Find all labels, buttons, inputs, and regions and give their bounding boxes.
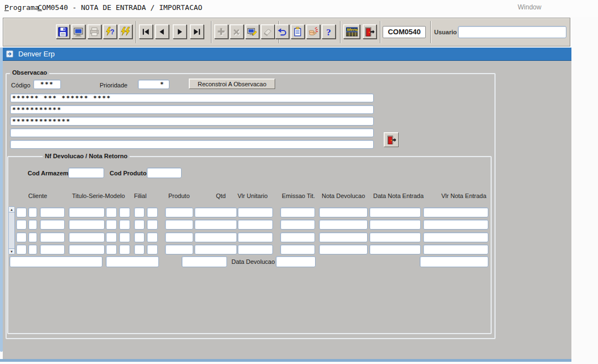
- grid-cell-r2-c13[interactable]: [319, 220, 368, 230]
- grid-cell-r1-c8[interactable]: [147, 207, 158, 217]
- scroll-down-button[interactable]: ▼: [9, 248, 14, 254]
- grid-cell-r1-c3[interactable]: [40, 207, 65, 217]
- observacao-exit-button[interactable]: [384, 132, 399, 147]
- grid-scrollbar[interactable]: ▲ ▼: [8, 206, 15, 254]
- grid-cell-r1-c2[interactable]: [28, 207, 37, 217]
- footer-field-1[interactable]: [9, 256, 102, 267]
- grid-cell-r2-c12[interactable]: [280, 220, 315, 230]
- edit-record-button[interactable]: [245, 24, 259, 39]
- menu-button[interactable]: Menu: [343, 24, 360, 39]
- grid-cell-r4-c6[interactable]: [119, 245, 130, 254]
- grid-cell-r3-c11[interactable]: [238, 232, 273, 242]
- cod-produto-input[interactable]: [147, 168, 182, 178]
- grid-cell-r3-c14[interactable]: [369, 232, 421, 242]
- grid-cell-r1-c6[interactable]: [119, 207, 130, 217]
- grid-cell-r3-c6[interactable]: [119, 232, 130, 242]
- enter-query-button[interactable]: ?: [103, 24, 117, 39]
- grid-cell-r2-c1[interactable]: [16, 220, 27, 230]
- grid-cell-r3-c12[interactable]: [280, 232, 315, 242]
- menu-program-title[interactable]: COM0540 - NOTA DE ENTRADA / IMPORTACAO: [38, 3, 202, 12]
- grid-cell-r3-c10[interactable]: [194, 232, 237, 242]
- grid-cell-r1-c5[interactable]: [106, 207, 117, 217]
- clipboard-button[interactable]: [291, 24, 305, 39]
- grid-cell-r4-c3[interactable]: [40, 245, 65, 254]
- grid-cell-r3-c7[interactable]: [134, 232, 145, 242]
- last-record-button[interactable]: [190, 24, 204, 39]
- data-devolucao-input[interactable]: [276, 256, 316, 267]
- first-record-button[interactable]: [139, 24, 153, 39]
- delete-record-button[interactable]: [230, 24, 244, 39]
- footer-field-3[interactable]: [182, 256, 227, 267]
- grid-cell-r3-c5[interactable]: [106, 232, 117, 242]
- grid-cell-r2-c7[interactable]: [134, 220, 145, 230]
- exit-button[interactable]: [363, 24, 377, 39]
- grid-cell-r2-c2[interactable]: [28, 220, 37, 230]
- grid-cell-r1-c4[interactable]: [69, 207, 105, 217]
- hand-cut-button[interactable]: [306, 24, 320, 39]
- prioridade-input[interactable]: [138, 80, 169, 89]
- grid-cell-r2-c5[interactable]: [106, 220, 117, 230]
- grid-cell-r2-c11[interactable]: [238, 220, 273, 230]
- grid-cell-r3-c9[interactable]: [165, 232, 193, 242]
- observacao-line-2[interactable]: [10, 105, 374, 114]
- previous-record-button[interactable]: [155, 24, 169, 39]
- grid-cell-r4-c7[interactable]: [134, 245, 145, 254]
- grid-cell-r2-c8[interactable]: [147, 220, 158, 230]
- grid-cell-r2-c6[interactable]: [119, 220, 130, 230]
- grid-cell-r2-c10[interactable]: [194, 220, 237, 230]
- grid-cell-r4-c13[interactable]: [319, 245, 368, 254]
- grid-cell-r2-c9[interactable]: [165, 220, 193, 230]
- grid-cell-r2-c14[interactable]: [369, 220, 421, 230]
- grid-cell-r1-c1[interactable]: [16, 207, 27, 217]
- grid-cell-r3-c3[interactable]: [40, 232, 65, 242]
- grid-cell-r3-c13[interactable]: [319, 232, 368, 242]
- footer-field-5[interactable]: [420, 256, 488, 267]
- grid-cell-r4-c9[interactable]: [165, 245, 193, 254]
- print-button[interactable]: [87, 24, 101, 39]
- grid-cell-r2-c4[interactable]: [69, 220, 105, 230]
- grid-cell-r3-c1[interactable]: [16, 232, 27, 242]
- grid-cell-r1-c13[interactable]: [319, 207, 368, 217]
- save-button[interactable]: [56, 24, 70, 39]
- menu-programa[interactable]: Programa: [4, 3, 39, 12]
- next-record-button[interactable]: [173, 24, 187, 39]
- menu-window[interactable]: Window: [518, 3, 542, 11]
- grid-cell-r4-c5[interactable]: [106, 245, 117, 254]
- grid-cell-r4-c1[interactable]: [16, 245, 27, 254]
- grid-cell-r4-c10[interactable]: [194, 245, 237, 254]
- grid-cell-r4-c4[interactable]: [69, 245, 105, 254]
- grid-cell-r2-c15[interactable]: [423, 220, 488, 230]
- observacao-line-3[interactable]: [10, 117, 374, 126]
- grid-cell-r4-c14[interactable]: [369, 245, 421, 254]
- grid-cell-r3-c4[interactable]: [69, 232, 105, 242]
- help-button[interactable]: ?: [322, 24, 336, 39]
- insert-record-button[interactable]: [214, 24, 228, 39]
- cod-armazem-input[interactable]: [68, 168, 104, 178]
- grid-cell-r3-c8[interactable]: [147, 232, 158, 242]
- scroll-up-button[interactable]: ▲: [9, 207, 14, 212]
- grid-cell-r1-c14[interactable]: [369, 207, 421, 217]
- observacao-line-5[interactable]: [10, 140, 374, 149]
- codigo-input[interactable]: [33, 80, 61, 89]
- observacao-line-1[interactable]: [10, 93, 374, 102]
- grid-cell-r3-c15[interactable]: [423, 232, 488, 242]
- grid-cell-r2-c3[interactable]: [40, 220, 65, 230]
- clear-record-button[interactable]: [261, 24, 275, 39]
- grid-cell-r4-c11[interactable]: [238, 245, 273, 254]
- grid-cell-r4-c2[interactable]: [28, 245, 37, 254]
- grid-cell-r4-c15[interactable]: [423, 245, 488, 254]
- grid-cell-r1-c7[interactable]: [134, 207, 145, 217]
- grid-cell-r4-c12[interactable]: [280, 245, 315, 254]
- grid-cell-r1-c12[interactable]: [280, 207, 315, 217]
- grid-cell-r4-c8[interactable]: [147, 245, 158, 254]
- usuario-input[interactable]: [458, 26, 566, 38]
- footer-field-2[interactable]: [106, 256, 159, 267]
- screen-button[interactable]: [71, 24, 85, 39]
- execute-query-button[interactable]: [118, 24, 132, 39]
- grid-cell-r1-c11[interactable]: [238, 207, 273, 217]
- grid-cell-r1-c10[interactable]: [194, 207, 237, 217]
- reconstroi-observacao-button[interactable]: Reconstroi A Observacao: [189, 79, 275, 89]
- grid-cell-r1-c9[interactable]: [165, 207, 193, 217]
- grid-cell-r1-c15[interactable]: [423, 207, 488, 217]
- observacao-line-4[interactable]: [10, 128, 374, 137]
